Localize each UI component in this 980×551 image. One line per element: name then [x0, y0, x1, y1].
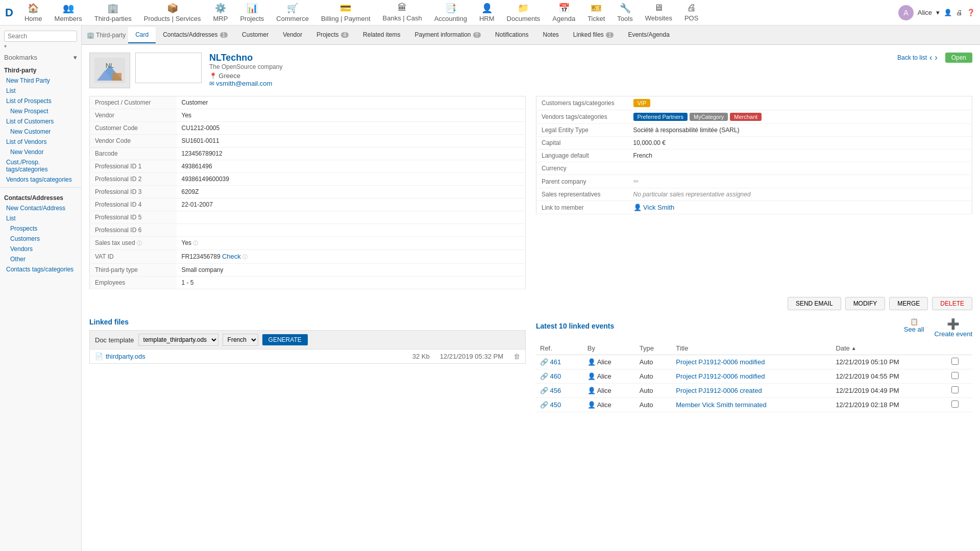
sidebar-item-new-third-party[interactable]: New Third Party: [0, 76, 81, 86]
see-all-button[interactable]: 📋 See all: [904, 318, 924, 338]
table-row: Legal Entity TypeSociété à responsabilit…: [536, 124, 972, 137]
user-dropdown-icon[interactable]: ▾: [936, 9, 940, 16]
sidebar-item-customers[interactable]: Customers: [0, 234, 81, 244]
file-delete-button[interactable]: 🗑: [513, 353, 520, 360]
delete-button[interactable]: DELETE: [932, 297, 972, 310]
tab-card[interactable]: Card: [128, 27, 156, 43]
nav-item-banks---cash[interactable]: 🏛Banks | Cash: [377, 3, 428, 22]
events-title: Latest 10 linked events: [536, 322, 614, 330]
nav-item-commerce[interactable]: 🛒Commerce: [270, 3, 315, 22]
sidebar-item-new-contact-address[interactable]: New Contact/Address: [0, 203, 81, 213]
tab-notes[interactable]: Notes: [535, 27, 566, 43]
table-row: Link to member👤 Vick Smith: [536, 201, 972, 214]
table-row: Professional ID 6: [90, 224, 526, 237]
nav-item-products---services[interactable]: 📦Products | Services: [138, 3, 207, 22]
tab-events-agenda[interactable]: Events/Agenda: [621, 27, 676, 43]
sidebar-item-contacts-tags-categories[interactable]: Contacts tags/categories: [0, 264, 81, 274]
tab-customer[interactable]: Customer: [235, 27, 276, 43]
see-all-label: See all: [904, 325, 924, 333]
events-table: Ref. By Type Title Date ▲: [536, 342, 972, 412]
nav-item-members[interactable]: 👥Members: [48, 3, 88, 22]
sidebar-item-vendors[interactable]: Vendors: [0, 244, 81, 254]
table-row: Professional ID 422-01-2007: [90, 198, 526, 211]
sidebar-item-list-of-customers[interactable]: List of Customers: [0, 116, 81, 127]
create-event-icon: ➕: [947, 318, 960, 330]
nav-item-home[interactable]: 🏠Home: [18, 3, 48, 22]
sidebar-item-vendors-tags-categories[interactable]: Vendors tags/categories: [0, 174, 81, 185]
user-action-icon1[interactable]: 👤: [944, 9, 952, 16]
user-action-icon2[interactable]: 🖨: [956, 9, 963, 16]
help-icon[interactable]: ❓: [967, 9, 975, 16]
nav-item-ticket[interactable]: 🎫Ticket: [581, 3, 611, 22]
prev-record-button[interactable]: ‹: [929, 53, 932, 62]
tab-related-items[interactable]: Related items: [356, 27, 407, 43]
brand-logo[interactable]: D: [5, 6, 13, 19]
sidebar-section2-items: New Contact/AddressListProspectsCustomer…: [0, 203, 81, 274]
search-chevron[interactable]: ▾: [4, 43, 7, 49]
bottom-sections: Linked files Doc template template_third…: [89, 318, 972, 412]
table-row: Employees1 - 5: [90, 277, 526, 289]
company-email[interactable]: ✉ vsmith@email.com: [209, 80, 897, 87]
tab-linked-files[interactable]: Linked files1: [566, 27, 621, 43]
nav-item-third-parties[interactable]: 🏢Third-parties: [88, 3, 138, 22]
sidebar-item-list-of-prospects[interactable]: List of Prospects: [0, 96, 81, 106]
table-row: Third-party typeSmall company: [90, 264, 526, 277]
sidebar-item-list[interactable]: List: [0, 86, 81, 96]
nav-item-hrm[interactable]: 👤HRM: [473, 3, 501, 22]
sidebar: ▾ Bookmarks ▾ Third-party New Third Part…: [0, 26, 82, 551]
nav-item-pos[interactable]: 🖨POS: [678, 3, 704, 22]
table-row: VAT IDFR123456789 Check ⓘ: [90, 250, 526, 264]
back-to-list-link[interactable]: Back to list: [897, 54, 927, 61]
doc-template-select[interactable]: template_thirdparty.ods: [138, 334, 218, 346]
tab-notifications[interactable]: Notifications: [488, 27, 535, 43]
nav-item-accounting[interactable]: 📑Accounting: [428, 3, 473, 22]
sidebar-item-new-vendor[interactable]: New Vendor: [0, 147, 81, 157]
search-input[interactable]: [4, 31, 77, 42]
linked-files-title: Linked files: [89, 318, 526, 326]
tab-vendor[interactable]: Vendor: [276, 27, 309, 43]
table-row: Barcode123456789012: [90, 147, 526, 160]
tab-contacts-addresses[interactable]: Contacts/Addresses1: [156, 27, 235, 43]
left-form: Prospect / CustomerCustomerVendorYesCust…: [89, 96, 526, 289]
sidebar-section-thirdparty-title: Third-party: [0, 63, 81, 76]
create-event-button[interactable]: ➕ Create event: [935, 318, 972, 338]
sidebar-item-cust--prosp--tags-categories[interactable]: Cust./Prosp. tags/categories: [0, 157, 81, 174]
file-size: 32 Kb: [412, 353, 430, 360]
svg-rect-4: [112, 73, 121, 81]
nav-item-documents[interactable]: 📁Documents: [501, 3, 547, 22]
card-header: NL NLTechno The OpenSource company 📍 Gre…: [89, 53, 972, 88]
nav-item-billing---payment[interactable]: 💳Billing | Payment: [315, 3, 377, 22]
user-name[interactable]: Alice: [918, 9, 932, 16]
bookmarks-toggle[interactable]: Bookmarks ▾: [0, 52, 81, 63]
file-name[interactable]: thirdparty.ods: [106, 353, 412, 360]
sidebar-item-other[interactable]: Other: [0, 254, 81, 264]
language-select[interactable]: French: [223, 334, 258, 346]
nav-item-websites[interactable]: 🖥Websites: [639, 3, 678, 22]
next-record-button[interactable]: ›: [935, 53, 937, 62]
modify-button[interactable]: MODIFY: [845, 297, 886, 310]
table-row: 🔗 461 👤 Alice Auto Project PJ1912-0006 m…: [536, 355, 972, 369]
search-container: ▾: [0, 28, 81, 52]
merge-button[interactable]: MERGE: [889, 297, 928, 310]
tab-payment-information[interactable]: Payment information!!: [407, 27, 488, 43]
sidebar-item-new-customer[interactable]: New Customer: [0, 127, 81, 137]
nav-item-mrp[interactable]: ⚙️MRP: [207, 3, 234, 22]
nav-item-tools[interactable]: 🔧Tools: [611, 3, 639, 22]
sidebar-item-list-of-vendors[interactable]: List of Vendors: [0, 137, 81, 147]
col-by: By: [583, 342, 635, 355]
sidebar-item-list[interactable]: List: [0, 213, 81, 223]
col-title: Title: [672, 342, 831, 355]
tabs-container: CardContacts/Addresses1CustomerVendorPro…: [128, 27, 677, 43]
nav-item-projects[interactable]: 📊Projects: [234, 3, 270, 22]
nav-item-agenda[interactable]: 📅Agenda: [546, 3, 581, 22]
sidebar-divider: [0, 187, 81, 188]
sidebar-item-new-prospect[interactable]: New Prospect: [0, 106, 81, 116]
generate-button[interactable]: GENERATE: [262, 334, 308, 345]
send-email-button[interactable]: SEND EMAIL: [788, 297, 841, 310]
sidebar-item-prospects[interactable]: Prospects: [0, 223, 81, 234]
tab-projects[interactable]: Projects4: [309, 27, 356, 43]
nav-arrows-container: Back to list ‹ › Open: [897, 53, 972, 63]
col-date[interactable]: Date ▲: [831, 342, 947, 355]
company-subtitle: The OpenSource company: [209, 63, 897, 70]
events-header: Latest 10 linked events 📋 See all ➕ Crea…: [536, 318, 972, 338]
